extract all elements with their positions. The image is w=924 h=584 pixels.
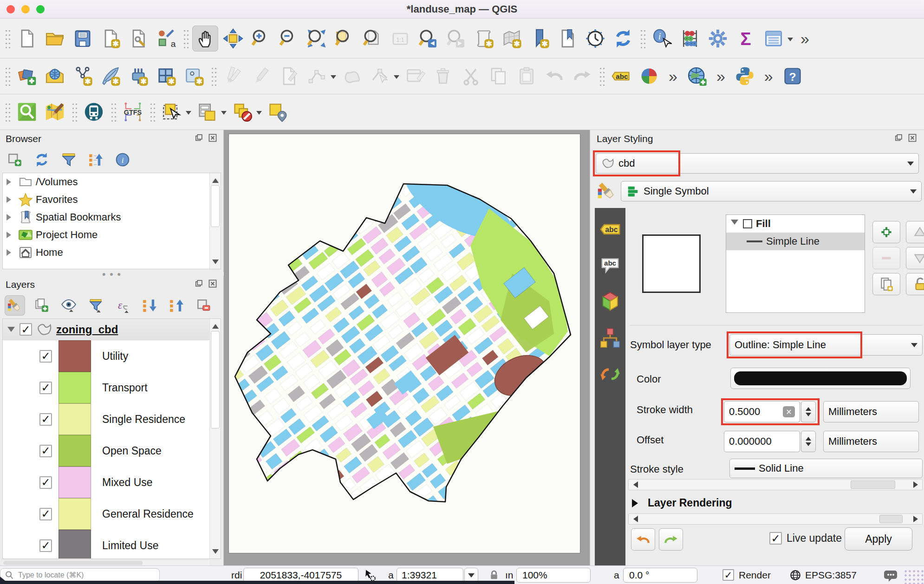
toolbar-drag-handle[interactable] xyxy=(110,101,117,123)
legend-color-swatch[interactable] xyxy=(59,403,91,435)
browser-item-spatial-bookmarks[interactable]: Spatial Bookmarks xyxy=(3,208,221,226)
legend-color-swatch[interactable] xyxy=(59,498,91,530)
undo-style-button[interactable] xyxy=(631,528,655,551)
toolbar-drag-handle[interactable] xyxy=(71,101,78,123)
dropdown-arrow-icon[interactable] xyxy=(787,38,793,44)
dropdown-arrow-icon[interactable] xyxy=(331,75,336,82)
float-panel-icon[interactable] xyxy=(194,133,204,145)
layer-labeling-button[interactable]: abc xyxy=(608,63,634,89)
new-layout-button[interactable] xyxy=(98,26,124,52)
scroll-thumb[interactable] xyxy=(851,480,895,489)
open-attribute-table-button[interactable] xyxy=(761,26,787,52)
select-by-location-button[interactable] xyxy=(265,99,291,125)
copy-features-button[interactable] xyxy=(486,63,512,89)
float-panel-icon[interactable] xyxy=(194,279,204,291)
manage-map-themes-button[interactable] xyxy=(59,295,79,316)
style-manager-button[interactable]: a xyxy=(153,26,179,52)
collapse-icon[interactable] xyxy=(731,220,738,228)
stroke-style-combo[interactable]: Solid Line xyxy=(729,459,923,478)
redo-button[interactable] xyxy=(569,63,595,89)
zoom-full-button[interactable] xyxy=(304,26,330,52)
layout-manager-button[interactable] xyxy=(125,26,151,52)
callouts-bubble-tab[interactable]: abc xyxy=(597,253,623,279)
toolbar-drag-handle[interactable] xyxy=(210,65,217,87)
zoom-to-selection-button[interactable] xyxy=(332,26,358,52)
crs-indicator[interactable]: EPSG:3857 xyxy=(789,569,857,581)
styling-hscrollbar-2[interactable] xyxy=(628,513,923,525)
expand-icon[interactable] xyxy=(7,232,14,238)
manage-wms-button[interactable] xyxy=(42,63,68,89)
open-project-button[interactable] xyxy=(42,26,68,52)
toolbar-overflow-button[interactable]: » xyxy=(663,63,683,89)
browser-item-project-home[interactable]: Project Home xyxy=(3,226,221,244)
move-up-symbol-layer-button[interactable] xyxy=(906,221,924,243)
metasearch-globe-button[interactable] xyxy=(684,63,710,89)
dropdown-arrow-icon[interactable] xyxy=(186,111,191,117)
legend-color-swatch[interactable] xyxy=(59,340,91,372)
legend-color-swatch[interactable] xyxy=(59,467,91,498)
python-console-button[interactable] xyxy=(732,63,758,89)
new-map-view-button[interactable] xyxy=(471,26,497,52)
remove-symbol-layer-button[interactable] xyxy=(872,247,900,269)
scroll-down-icon[interactable] xyxy=(210,547,221,558)
offset-unit-combo[interactable]: Millimeters xyxy=(823,431,919,452)
expand-icon[interactable] xyxy=(7,214,14,221)
temporal-controller-button[interactable] xyxy=(582,26,608,52)
open-layer-styling-button[interactable] xyxy=(5,295,25,316)
layer-visibility-checkbox[interactable]: ✓ xyxy=(20,323,32,336)
new-project-button[interactable] xyxy=(14,26,40,52)
offset-input[interactable]: 0.000000 xyxy=(724,431,800,452)
layer-name[interactable]: zoning_cbd xyxy=(56,323,118,336)
transit-bus-button[interactable] xyxy=(81,99,107,125)
stroke-color-button[interactable] xyxy=(730,368,911,389)
renderer-combo[interactable]: Single Symbol xyxy=(621,181,922,201)
add-selected-layer-button[interactable] xyxy=(5,149,25,170)
dropdown-arrow-icon[interactable] xyxy=(256,111,262,117)
scroll-left-icon[interactable] xyxy=(629,480,639,490)
add-group-button[interactable] xyxy=(32,295,52,316)
modify-attributes-button[interactable] xyxy=(402,63,428,89)
collapse-layer-icon[interactable] xyxy=(7,327,15,336)
legend-checkbox[interactable]: ✓ xyxy=(39,445,52,457)
close-panel-icon[interactable] xyxy=(907,133,917,145)
zoom-out-button[interactable] xyxy=(276,26,302,52)
layers-scrollbar[interactable] xyxy=(209,319,221,558)
locator-search-input[interactable]: Type to locate (⌘K) xyxy=(0,568,160,582)
quick-map-services-button[interactable] xyxy=(42,99,68,125)
expand-icon[interactable] xyxy=(7,196,14,203)
legend-checkbox[interactable]: ✓ xyxy=(39,539,52,552)
symbol-layer-type-combo[interactable]: Outline: Simple Line xyxy=(729,334,923,356)
layer-diagram-button[interactable] xyxy=(636,63,662,89)
filter-expression-button[interactable]: ε xyxy=(112,295,133,316)
panel-splitter[interactable]: ● ● ● xyxy=(0,272,224,276)
legend-color-swatch[interactable] xyxy=(59,435,91,467)
show-statistics-button[interactable]: Σ xyxy=(733,26,759,52)
toolbar-drag-handle[interactable] xyxy=(4,101,11,123)
minimize-window-button[interactable] xyxy=(21,5,30,13)
zoom-last-button[interactable] xyxy=(415,26,441,52)
select-features-button[interactable] xyxy=(159,99,185,125)
diagram-tree-tab[interactable] xyxy=(597,325,623,351)
apply-button[interactable]: Apply xyxy=(845,527,912,551)
close-panel-icon[interactable] xyxy=(208,133,218,145)
legend-color-swatch[interactable] xyxy=(59,530,91,559)
properties-info-button[interactable]: i xyxy=(112,149,133,170)
digitize-shape-button[interactable] xyxy=(339,63,365,89)
toolbar-drag-handle[interactable] xyxy=(149,101,156,123)
data-source-manager-button[interactable] xyxy=(14,63,40,89)
clear-value-icon[interactable]: ✕ xyxy=(783,406,795,417)
pan-map-button[interactable] xyxy=(192,26,218,52)
digitize-segment-button[interactable] xyxy=(304,63,330,89)
show-spatial-bookmarks-button[interactable] xyxy=(554,26,580,52)
save-project-button[interactable] xyxy=(70,26,96,52)
scroll-up-icon[interactable] xyxy=(210,319,221,330)
toolbar-overflow-button[interactable]: » xyxy=(759,63,779,89)
delete-selected-button[interactable] xyxy=(430,63,456,89)
duplicate-symbol-layer-button[interactable] xyxy=(872,273,900,295)
browser-item-favorites[interactable]: Favorites xyxy=(3,191,221,208)
offset-spinner[interactable] xyxy=(801,431,816,452)
symbol-tree-fill-row[interactable]: Fill xyxy=(726,215,865,233)
view-3d-cube-tab[interactable] xyxy=(597,289,623,315)
toolbar-drag-handle[interactable] xyxy=(182,28,189,49)
new-spatialite-layer-button[interactable] xyxy=(125,63,151,89)
